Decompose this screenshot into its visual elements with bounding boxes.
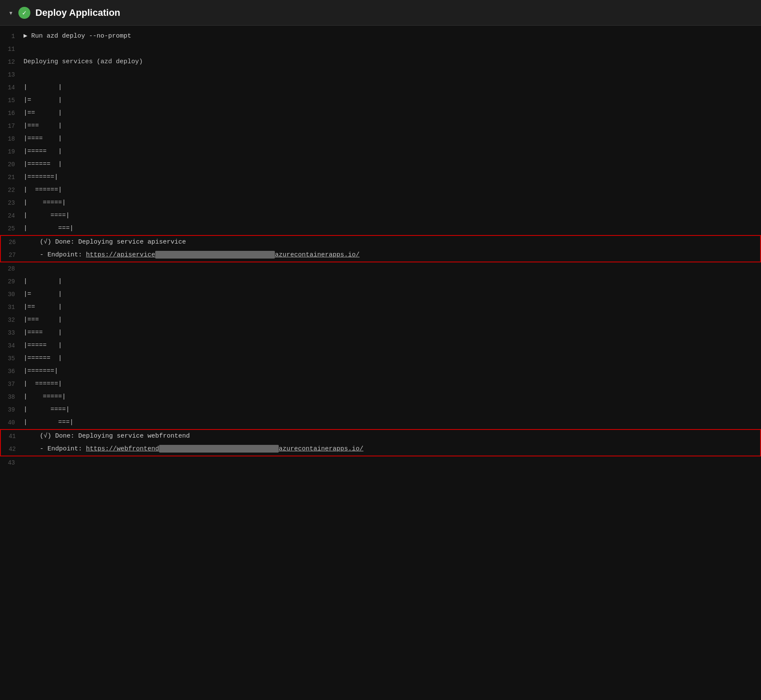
line-22: 22 | ======|: [0, 184, 761, 197]
line-11: 11: [0, 43, 761, 56]
line-content: - Endpoint: https://apiservice azurecont…: [24, 250, 760, 261]
collapse-chevron-icon[interactable]: ▾: [9, 8, 13, 18]
line-content: |= |: [24, 95, 761, 106]
line-number: 12: [0, 56, 24, 68]
success-check-icon: ✓: [18, 7, 30, 19]
line-number: 15: [0, 95, 24, 106]
line-content: |====== |: [24, 353, 761, 364]
line-36: 36 |=======|: [0, 365, 761, 378]
line-number: 35: [0, 353, 24, 364]
line-content: (√) Done: Deploying service webfrontend: [24, 431, 760, 442]
line-number: 23: [0, 197, 24, 209]
header: ▾ ✓ Deploy Application: [0, 0, 761, 26]
line-number: 30: [0, 289, 24, 300]
line-content: (√) Done: Deploying service apiservice: [24, 237, 760, 248]
line-35: 35 |====== |: [0, 352, 761, 365]
line-content: |= |: [24, 289, 761, 300]
line-number: 17: [0, 121, 24, 132]
line-content: |===== |: [24, 146, 761, 157]
line-content: | =====|: [24, 197, 761, 209]
line-24: 24 | ====|: [0, 209, 761, 222]
line-30: 30 |= |: [0, 288, 761, 301]
line-37: 37 | ======|: [0, 378, 761, 391]
webfrontend-link[interactable]: https://webfrontend: [86, 445, 159, 453]
line-15: 15 |= |: [0, 94, 761, 107]
line-number: 31: [0, 302, 24, 313]
line-content: | ===|: [24, 417, 761, 428]
line-number: 20: [0, 159, 24, 170]
line-38: 38 | =====|: [0, 391, 761, 403]
line-18: 18 |==== |: [0, 132, 761, 145]
redacted-url-part: [155, 251, 275, 259]
line-1: 1 ▶ Run azd deploy --no-prompt: [0, 30, 761, 43]
line-number: 41: [1, 431, 24, 442]
apiservice-link[interactable]: https://apiservice: [86, 251, 155, 259]
line-23: 23 | =====|: [0, 197, 761, 209]
line-number: 13: [0, 69, 24, 80]
line-number: 42: [1, 444, 24, 455]
line-content: | =====|: [24, 391, 761, 403]
line-31: 31 |== |: [0, 301, 761, 314]
line-33: 33 |==== |: [0, 326, 761, 339]
line-25: 25 | ===|: [0, 222, 761, 235]
line-number: 33: [0, 327, 24, 338]
apiservice-link-end[interactable]: azurecontainerapps.io/: [275, 251, 360, 259]
line-number: 21: [0, 172, 24, 183]
line-number: 28: [0, 263, 24, 274]
line-32: 32 |=== |: [0, 314, 761, 326]
line-content: |====== |: [24, 159, 761, 170]
line-content: |===== |: [24, 340, 761, 351]
line-number: 40: [0, 417, 24, 428]
line-number: 36: [0, 366, 24, 377]
line-number: 39: [0, 404, 24, 415]
line-number: 11: [0, 44, 24, 55]
line-content: |==== |: [24, 133, 761, 144]
line-content: | ======|: [24, 379, 761, 390]
line-28: 28: [0, 262, 761, 275]
line-41: 41 (√) Done: Deploying service webfronte…: [1, 430, 760, 443]
webfrontend-highlight-block: 41 (√) Done: Deploying service webfronte…: [0, 429, 761, 456]
code-output-container: 1 ▶ Run azd deploy --no-prompt 11 12 Dep…: [0, 26, 761, 700]
line-number: 32: [0, 315, 24, 326]
line-number: 26: [1, 237, 24, 248]
line-14: 14 | |: [0, 81, 761, 94]
line-content: | |: [24, 276, 761, 287]
line-29: 29 | |: [0, 275, 761, 288]
line-17: 17 |=== |: [0, 120, 761, 132]
line-43: 43: [0, 456, 761, 469]
line-content: |==== |: [24, 327, 761, 338]
line-34: 34 |===== |: [0, 339, 761, 352]
line-content: | ======|: [24, 185, 761, 196]
line-number: 19: [0, 146, 24, 157]
line-21: 21 |=======|: [0, 171, 761, 184]
line-20: 20 |====== |: [0, 158, 761, 171]
line-26: 26 (√) Done: Deploying service apiservic…: [1, 236, 760, 249]
line-42: 42 - Endpoint: https://webfrontend azure…: [1, 443, 760, 456]
line-content: |=== |: [24, 121, 761, 132]
webfrontend-link-end[interactable]: azurecontainerapps.io/: [279, 445, 363, 453]
line-number: 24: [0, 210, 24, 221]
line-number: 18: [0, 133, 24, 144]
line-content: ▶ Run azd deploy --no-prompt: [24, 31, 761, 42]
line-number: 16: [0, 108, 24, 119]
line-number: 14: [0, 82, 24, 93]
line-40: 40 | ===|: [0, 416, 761, 429]
apiservice-highlight-block: 26 (√) Done: Deploying service apiservic…: [0, 235, 761, 262]
line-number: 22: [0, 185, 24, 196]
line-content: | ====|: [24, 404, 761, 415]
line-content: - Endpoint: https://webfrontend azurecon…: [24, 444, 760, 455]
line-12: 12 Deploying services (azd deploy): [0, 56, 761, 68]
page-title: Deploy Application: [35, 7, 120, 18]
line-number: 27: [1, 250, 24, 261]
line-content: |== |: [24, 108, 761, 119]
line-number: 38: [0, 391, 24, 403]
line-content: |=======|: [24, 366, 761, 377]
line-number: 25: [0, 223, 24, 234]
line-19: 19 |===== |: [0, 145, 761, 158]
line-content: | |: [24, 82, 761, 93]
line-content: Deploying services (azd deploy): [24, 56, 761, 68]
line-content: |=== |: [24, 315, 761, 326]
line-27: 27 - Endpoint: https://apiservice azurec…: [1, 249, 760, 262]
line-content: | ===|: [24, 223, 761, 234]
line-content: | ====|: [24, 210, 761, 221]
